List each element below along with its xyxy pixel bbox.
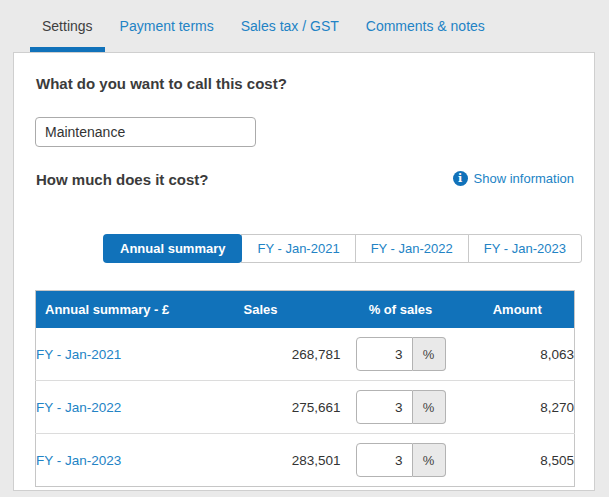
header-annual-summary: Annual summary - £ <box>36 291 231 329</box>
amount-value: 8,505 <box>461 434 575 487</box>
sales-value: 275,661 <box>231 381 341 434</box>
sales-value: 283,501 <box>231 434 341 487</box>
percent-of-sales-input[interactable] <box>356 337 413 371</box>
period-tab-fy-jan-2023[interactable]: FY - Jan-2023 <box>468 234 582 263</box>
table-row: FY - Jan-2021 268,781 % 8,063 <box>36 328 575 381</box>
percent-of-sales-input[interactable] <box>356 443 413 477</box>
info-icon: i <box>453 171 468 186</box>
top-tab-bar: Settings Payment terms Sales tax / GST C… <box>0 0 609 52</box>
table-header-row: Annual summary - £ Sales % of sales Amou… <box>36 291 575 329</box>
period-tab-fy-jan-2021[interactable]: FY - Jan-2021 <box>241 234 355 263</box>
tab-sales-tax-gst[interactable]: Sales tax / GST <box>229 0 351 52</box>
tab-comments-notes[interactable]: Comments & notes <box>354 0 497 52</box>
period-tab-group: Annual summary FY - Jan-2021 FY - Jan-20… <box>103 234 582 263</box>
show-information-label: Show information <box>474 171 574 186</box>
period-tab-fy-jan-2022[interactable]: FY - Jan-2022 <box>355 234 469 263</box>
cost-name-question: What do you want to call this cost? <box>36 75 287 92</box>
percent-of-sales-input[interactable] <box>356 390 413 424</box>
period-link-fy-jan-2022[interactable]: FY - Jan-2022 <box>36 400 121 415</box>
percent-suffix: % <box>413 337 446 371</box>
cost-name-input[interactable] <box>35 117 256 147</box>
table-row: FY - Jan-2023 283,501 % 8,505 <box>36 434 575 487</box>
show-information-link[interactable]: i Show information <box>453 171 574 186</box>
tab-settings[interactable]: Settings <box>30 0 105 52</box>
tab-payment-terms[interactable]: Payment terms <box>108 0 226 52</box>
period-link-fy-jan-2021[interactable]: FY - Jan-2021 <box>36 347 121 362</box>
amount-value: 8,063 <box>461 328 575 381</box>
table-row: FY - Jan-2022 275,661 % 8,270 <box>36 381 575 434</box>
sales-value: 268,781 <box>231 328 341 381</box>
header-amount: Amount <box>461 291 575 329</box>
annual-summary-table: Annual summary - £ Sales % of sales Amou… <box>35 290 575 487</box>
percent-suffix: % <box>413 390 446 424</box>
period-link-fy-jan-2023[interactable]: FY - Jan-2023 <box>36 453 121 468</box>
amount-value: 8,270 <box>461 381 575 434</box>
header-sales: Sales <box>231 291 341 329</box>
header-percent-of-sales: % of sales <box>341 291 461 329</box>
cost-amount-question: How much does it cost? <box>36 171 209 188</box>
percent-suffix: % <box>413 443 446 477</box>
settings-panel: What do you want to call this cost? How … <box>13 52 595 491</box>
period-tab-annual-summary[interactable]: Annual summary <box>103 234 242 263</box>
